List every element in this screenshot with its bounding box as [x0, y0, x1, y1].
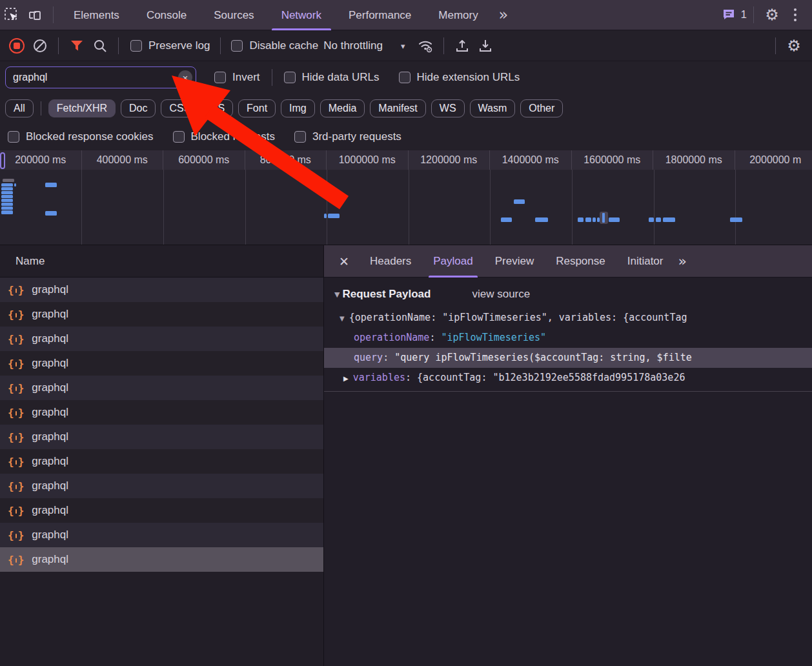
request-row[interactable]: graphql [0, 278, 323, 302]
pill-css[interactable]: CSS [161, 99, 199, 117]
request-row[interactable]: graphql [0, 400, 323, 425]
tab-console[interactable]: Console [133, 0, 200, 30]
third-party-requests-checkbox[interactable]: 3rd-party requests [294, 130, 401, 143]
request-row[interactable]: graphql [0, 327, 323, 351]
request-row[interactable]: graphql [0, 425, 323, 449]
preserve-log-label: Preserve log [148, 39, 210, 52]
request-row[interactable]: graphql [0, 498, 323, 523]
waterfall-bar-gray [3, 179, 14, 182]
payload-preview-line[interactable]: ▼{operationName: "ipFlowTimeseries", var… [324, 308, 812, 328]
waterfall-selected-marker-line [602, 213, 605, 223]
devtools-window: Elements Console Sources Network Perform… [0, 0, 812, 666]
throttling-dropdown[interactable]: No throttling ▾ [323, 39, 405, 52]
waterfall-gridline [654, 170, 655, 245]
payload-operation-name-row[interactable]: operationName: "ipFlowTimeseries" [324, 328, 812, 348]
payload-variables-row[interactable]: ▶variables: {accountTag: "b12e3b2192ee55… [324, 368, 812, 388]
request-row[interactable]: graphql [0, 523, 323, 547]
tab-payload[interactable]: Payload [422, 245, 483, 278]
search-icon[interactable] [88, 34, 112, 57]
waterfall-bar [514, 199, 525, 204]
request-row[interactable]: graphql [0, 474, 323, 498]
detail-tabbar: ✕ Headers Payload Preview Response Initi… [324, 245, 812, 278]
tab-initiator[interactable]: Initiator [616, 245, 675, 278]
waterfall-bar [1, 207, 13, 210]
name-column-header[interactable]: Name [0, 245, 323, 278]
tab-headers[interactable]: Headers [359, 245, 422, 278]
expand-triangle-icon[interactable]: ▶ [343, 375, 349, 382]
pill-wasm[interactable]: Wasm [470, 99, 516, 117]
issues-message-icon[interactable] [720, 3, 737, 26]
pill-all[interactable]: All [5, 99, 34, 117]
network-settings-gear-icon[interactable]: ⚙ [782, 34, 806, 57]
device-toolbar-icon[interactable] [23, 3, 46, 26]
waterfall-bar [663, 217, 675, 222]
inspect-element-icon[interactable] [0, 3, 23, 26]
invert-checkbox[interactable]: Invert [214, 71, 260, 84]
more-tabs-icon[interactable]: » [492, 3, 515, 26]
pill-other[interactable]: Other [520, 99, 563, 117]
pill-ws[interactable]: WS [431, 99, 465, 117]
clear-network-log-icon[interactable] [28, 34, 52, 57]
filter-divider [272, 69, 272, 86]
hide-data-urls-checkbox[interactable]: Hide data URLs [284, 71, 380, 84]
devtools-tabbar: Elements Console Sources Network Perform… [0, 0, 812, 30]
pill-media[interactable]: Media [320, 99, 365, 117]
more-detail-tabs-icon[interactable]: » [678, 253, 686, 269]
record-network-log-icon[interactable] [5, 34, 28, 57]
filter-funnel-icon[interactable] [65, 34, 88, 57]
tab-elements[interactable]: Elements [60, 0, 133, 30]
view-source-link[interactable]: view source [472, 288, 530, 301]
pill-js[interactable]: JS [204, 99, 233, 117]
waterfall-bar [1, 195, 13, 198]
pill-font[interactable]: Font [238, 99, 276, 117]
collapse-triangle-icon[interactable]: ▼ [334, 290, 340, 299]
pill-fetch-xhr[interactable]: Fetch/XHR [48, 99, 116, 117]
tab-performance[interactable]: Performance [335, 0, 425, 30]
waterfall-bar [1, 203, 13, 206]
waterfall-bar [1, 199, 13, 202]
waterfall-bar [45, 183, 57, 187]
timeline-drag-handle[interactable] [0, 152, 5, 169]
export-har-icon[interactable] [474, 34, 497, 57]
pill-img[interactable]: Img [281, 99, 315, 117]
disable-cache-checkbox[interactable]: Disable cache [231, 39, 318, 52]
timeline-tick: 1800000 ms [653, 150, 735, 170]
filter-input-wrap: × [5, 66, 196, 88]
waterfall-overview[interactable] [0, 170, 812, 245]
request-detail-panel: ✕ Headers Payload Preview Response Initi… [324, 245, 812, 666]
import-har-icon[interactable] [451, 34, 474, 57]
disable-cache-box[interactable] [231, 40, 243, 52]
request-row[interactable]: graphql [0, 449, 323, 474]
tab-preview[interactable]: Preview [484, 245, 545, 278]
tab-network[interactable]: Network [268, 0, 335, 30]
request-row[interactable]: graphql [0, 302, 323, 327]
settings-gear-icon[interactable]: ⚙ [760, 3, 784, 26]
tab-response[interactable]: Response [545, 245, 616, 278]
network-conditions-icon[interactable] [414, 34, 437, 57]
timeline-ruler[interactable]: 200000 ms 400000 ms 600000 ms 800000 ms … [0, 150, 812, 170]
payload-query-row-selected[interactable]: query: "query ipFlowTimeseries($accountT… [324, 348, 812, 368]
waterfall-gridline [81, 170, 82, 245]
hide-extension-urls-checkbox[interactable]: Hide extension URLs [399, 71, 520, 84]
request-row-selected[interactable]: graphql [0, 547, 323, 572]
preserve-log-checkbox[interactable]: Preserve log [130, 39, 210, 52]
blocked-requests-checkbox[interactable]: Blocked requests [173, 130, 275, 143]
request-row[interactable]: graphql [0, 351, 323, 376]
tab-memory[interactable]: Memory [425, 0, 491, 30]
pill-manifest[interactable]: Manifest [370, 99, 425, 117]
request-row[interactable]: graphql [0, 376, 323, 400]
waterfall-bar [324, 214, 327, 218]
collapse-triangle-icon[interactable]: ▼ [340, 315, 345, 322]
tab-sources[interactable]: Sources [200, 0, 267, 30]
kebab-menu-icon[interactable] [784, 3, 807, 26]
clear-filter-icon[interactable]: × [178, 70, 192, 85]
pill-doc[interactable]: Doc [121, 99, 156, 117]
filter-input[interactable] [5, 66, 196, 88]
preserve-log-box[interactable] [130, 40, 142, 52]
close-detail-icon[interactable]: ✕ [336, 253, 352, 270]
payload-divider [324, 391, 812, 392]
disable-cache-label: Disable cache [249, 39, 318, 52]
blocked-response-cookies-checkbox[interactable]: Blocked response cookies [8, 130, 154, 143]
filter-row: × Invert Hide data URLs Hide extension U… [0, 61, 812, 94]
request-payload-section[interactable]: ▼ Request Payload view source [324, 288, 812, 301]
